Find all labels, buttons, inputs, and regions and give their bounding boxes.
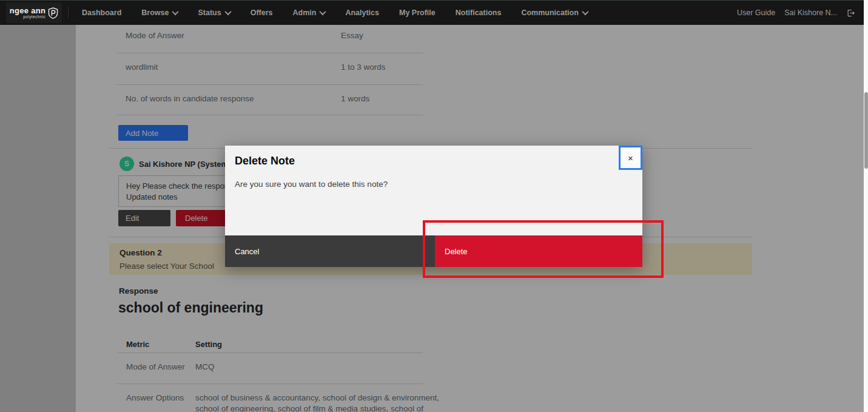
- nav-item-offers[interactable]: Offers: [251, 8, 273, 17]
- nav-label: Analytics: [345, 8, 379, 17]
- chevron-down-icon: [582, 8, 588, 15]
- logout-icon[interactable]: [846, 8, 855, 18]
- modal-cancel-label: Cancel: [235, 247, 259, 256]
- logo-line1: ngee ann: [10, 7, 45, 15]
- nav-item-communication[interactable]: Communication: [521, 8, 587, 17]
- highlight-annotation-box: [423, 220, 664, 278]
- scrollbar-thumb[interactable]: [864, 92, 868, 169]
- user-guide-link[interactable]: User Guide: [737, 8, 775, 17]
- np-shield-icon: [48, 7, 58, 19]
- chevron-down-icon: [320, 8, 326, 15]
- nav-label: Status: [198, 8, 221, 17]
- app-window: Mode of Answer Essay wordlimit 1 to 3 wo…: [0, 0, 868, 412]
- nav-label: My Profile: [399, 8, 436, 17]
- nav-label: Browse: [141, 8, 169, 17]
- nav-item-status[interactable]: Status: [198, 8, 230, 17]
- nav-divider: [68, 7, 69, 19]
- nav-item-analytics[interactable]: Analytics: [345, 8, 379, 17]
- user-name-link[interactable]: Sai Kishore N...: [784, 8, 837, 17]
- nav-right: User Guide Sai Kishore N...: [737, 8, 855, 18]
- modal-cancel-button[interactable]: Cancel: [225, 235, 435, 267]
- nav-item-browse[interactable]: Browse: [141, 8, 178, 17]
- nav-label: Offers: [251, 8, 273, 17]
- chevron-down-icon: [224, 8, 231, 15]
- nav-label: Communication: [521, 8, 578, 17]
- nav-label: Admin: [292, 8, 316, 17]
- nav-item-dashboard[interactable]: Dashboard: [82, 8, 121, 17]
- nav-item-notifications[interactable]: Notifications: [456, 8, 502, 17]
- modal-message: Are you sure you want to delete this not…: [235, 180, 388, 189]
- nav-item-admin[interactable]: Admin: [292, 8, 325, 17]
- close-icon: ×: [628, 153, 633, 163]
- logo-line2: polytechnic: [23, 15, 45, 19]
- nav-label: Dashboard: [82, 8, 121, 17]
- logo-text: ngee ann polytechnic: [10, 7, 45, 19]
- scrollbar-track[interactable]: [864, 0, 868, 412]
- modal-title: Delete Note: [235, 155, 295, 167]
- modal-close-button[interactable]: ×: [619, 146, 642, 170]
- nav-item-my-profile[interactable]: My Profile: [399, 8, 436, 17]
- np-logo[interactable]: ngee ann polytechnic: [6, 2, 62, 23]
- nav-label: Notifications: [456, 8, 502, 17]
- top-nav: ngee ann polytechnic Dashboard Browse St…: [0, 0, 864, 25]
- chevron-down-icon: [172, 8, 179, 15]
- nav-items: Dashboard Browse Status Offers Admin Ana…: [82, 8, 588, 17]
